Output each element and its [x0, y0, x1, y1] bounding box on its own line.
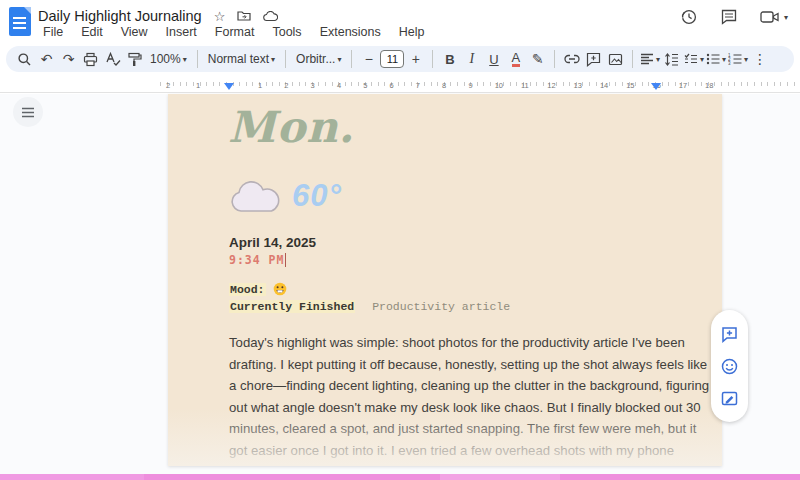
- insert-image-button[interactable]: [605, 48, 626, 70]
- document-page[interactable]: Mon. 60° April 14, 2025 9:34 PM Mood: Cu…: [168, 94, 722, 466]
- insert-link-button[interactable]: [561, 48, 582, 70]
- chevron-down-icon: ▾: [784, 13, 788, 22]
- left-indent-marker[interactable]: [224, 83, 234, 90]
- chevron-down-icon: ▾: [700, 55, 704, 64]
- comments-icon[interactable]: [720, 8, 738, 26]
- ruler-number: 12: [547, 81, 555, 90]
- right-indent-marker[interactable]: [651, 83, 661, 90]
- bold-button[interactable]: B: [439, 48, 460, 70]
- ruler-number: 4: [337, 81, 341, 90]
- ruler-number: 11: [521, 81, 529, 90]
- font-family-select[interactable]: Orbitr...▾: [292, 52, 345, 66]
- decrease-font-size-button[interactable]: −: [358, 48, 379, 70]
- redo-button[interactable]: ↷: [58, 48, 79, 70]
- ruler-number: 2: [166, 81, 170, 90]
- ruler-number: 15: [626, 81, 634, 90]
- document-title[interactable]: Daily Highlight Journaling: [38, 8, 202, 24]
- status-value: Productivity article: [372, 300, 510, 313]
- chevron-down-icon: ▾: [656, 55, 660, 64]
- increase-font-size-button[interactable]: +: [405, 48, 426, 70]
- text-color-button[interactable]: A: [512, 51, 521, 67]
- chevron-down-icon: ▾: [271, 55, 275, 64]
- chevron-down-icon: ▾: [337, 55, 341, 64]
- search-icon[interactable]: [14, 48, 35, 70]
- menu-item[interactable]: File: [36, 24, 70, 40]
- numbered-list-button[interactable]: 123 ▾: [727, 48, 748, 70]
- more-options-button[interactable]: ⋮: [749, 48, 770, 70]
- day-heading: Mon.: [228, 102, 355, 152]
- version-history-icon[interactable]: [680, 8, 698, 26]
- paragraph-style-select[interactable]: Normal text▾: [204, 52, 279, 66]
- chevron-down-icon: ▾: [744, 55, 748, 64]
- bulleted-list-button[interactable]: ▾: [705, 48, 726, 70]
- spell-check-button[interactable]: [102, 48, 123, 70]
- ruler-number: 2: [284, 81, 288, 90]
- star-icon[interactable]: ☆: [214, 9, 226, 24]
- text-cursor: [285, 253, 286, 267]
- chevron-down-icon: ▾: [183, 55, 187, 64]
- ruler-number: 9: [468, 81, 472, 90]
- undo-button[interactable]: ↶: [36, 48, 57, 70]
- bottom-pink-bar: [0, 474, 800, 480]
- mood-label: Mood:: [229, 283, 266, 296]
- ruler-number: 1: [196, 81, 200, 90]
- ruler-number: 14: [600, 81, 608, 90]
- paint-format-button[interactable]: [124, 48, 145, 70]
- ruler-number: 1: [258, 81, 262, 90]
- journal-body-text[interactable]: Today's highlight was simple: shoot phot…: [229, 332, 715, 466]
- weather-block: 60°: [228, 178, 342, 214]
- font-size-input[interactable]: 11: [380, 50, 404, 68]
- temperature-value: 60°: [292, 178, 342, 214]
- ruler-number: 10: [495, 81, 503, 90]
- show-outline-button[interactable]: [13, 97, 43, 127]
- ruler-number: 6: [390, 81, 394, 90]
- horizontal-ruler[interactable]: 21 123456789101112131415161718: [0, 80, 800, 93]
- align-button[interactable]: ▾: [639, 48, 660, 70]
- menu-bar: FileEditViewInsertFormatToolsExtensionsH…: [36, 24, 432, 40]
- move-folder-icon[interactable]: [237, 10, 251, 22]
- ruler-number: 13: [574, 81, 582, 90]
- date-text: April 14, 2025: [229, 235, 316, 250]
- app-header: Daily Highlight Journaling ☆ FileEditVie…: [0, 0, 800, 44]
- add-comment-margin-button[interactable]: [719, 323, 741, 345]
- chevron-down-icon: ▾: [722, 55, 726, 64]
- status-label: Currently Finished: [229, 300, 355, 313]
- cloud-icon: [228, 178, 282, 214]
- time-text[interactable]: 9:34 PM: [229, 253, 286, 267]
- meet-video-icon[interactable]: ▾: [760, 10, 788, 24]
- underline-button[interactable]: U: [483, 48, 504, 70]
- google-docs-logo-icon[interactable]: [9, 7, 31, 36]
- line-spacing-button[interactable]: [661, 48, 682, 70]
- checklist-button[interactable]: ▾: [683, 48, 704, 70]
- menu-item[interactable]: Insert: [159, 24, 204, 40]
- italic-button[interactable]: I: [461, 48, 482, 70]
- menu-item[interactable]: View: [114, 24, 155, 40]
- add-comment-button[interactable]: [583, 48, 604, 70]
- menu-item[interactable]: Tools: [265, 24, 308, 40]
- ruler-number: 8: [442, 81, 446, 90]
- zoom-select[interactable]: 100%▾: [146, 52, 191, 66]
- mood-row: Mood:: [229, 282, 287, 296]
- grinning-emoji-icon: [273, 282, 287, 296]
- ruler-ticks: [160, 82, 800, 91]
- toolbar: ↶ ↷ 100%▾ Normal text▾ Orbitr...▾ − 11 +…: [6, 46, 794, 72]
- ruler-number: 18: [705, 81, 713, 90]
- menu-item[interactable]: Extensions: [313, 24, 388, 40]
- menu-item[interactable]: Edit: [74, 24, 110, 40]
- ruler-number: 5: [363, 81, 367, 90]
- menu-item[interactable]: Help: [392, 24, 432, 40]
- highlight-color-button[interactable]: ✎: [527, 48, 548, 70]
- margin-action-pill: [711, 310, 748, 422]
- status-row: Currently Finished Productivity article: [229, 300, 510, 313]
- emoji-reaction-button[interactable]: [719, 355, 741, 377]
- document-canvas: Mon. 60° April 14, 2025 9:34 PM Mood: Cu…: [0, 94, 800, 480]
- ruler-number: 7: [416, 81, 420, 90]
- print-button[interactable]: [80, 48, 101, 70]
- menu-item[interactable]: Format: [208, 24, 262, 40]
- cloud-save-status-icon[interactable]: [263, 11, 278, 22]
- svg-text:3: 3: [728, 61, 731, 65]
- ruler-number: 17: [679, 81, 687, 90]
- ruler-number: 3: [311, 81, 315, 90]
- suggest-edits-button[interactable]: [719, 387, 741, 409]
